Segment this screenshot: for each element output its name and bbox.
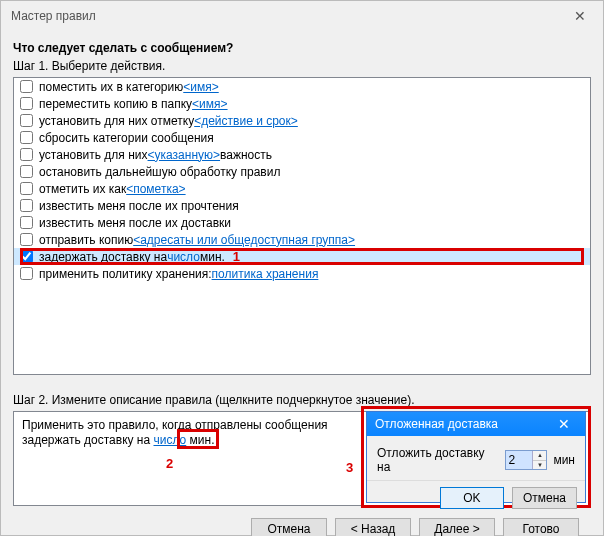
action-row[interactable]: сбросить категории сообщения <box>14 129 590 146</box>
action-text: отправить копию <box>39 233 133 247</box>
action-link[interactable]: <действие и срок> <box>194 114 298 128</box>
cancel-button[interactable]: Отмена <box>251 518 327 536</box>
action-link[interactable]: <имя> <box>183 80 218 94</box>
back-button[interactable]: < Назад <box>335 518 411 536</box>
action-link[interactable]: <адресаты или общедоступная группа> <box>133 233 355 247</box>
action-text: установить для них <box>39 148 148 162</box>
dialog-cancel-button[interactable]: Отмена <box>512 487 577 509</box>
desc-number-link[interactable]: число <box>153 433 186 447</box>
action-row[interactable]: задержать доставку на число мин.1 <box>14 248 590 265</box>
action-row[interactable]: установить для них отметку <действие и с… <box>14 112 590 129</box>
action-text: переместить копию в папку <box>39 97 192 111</box>
action-checkbox[interactable] <box>20 182 33 195</box>
action-text: сбросить категории сообщения <box>39 131 214 145</box>
action-row[interactable]: поместить их в категорию <имя> <box>14 78 590 95</box>
action-checkbox[interactable] <box>20 216 33 229</box>
action-link[interactable]: <указанную> <box>148 148 221 162</box>
minutes-input[interactable] <box>506 451 532 469</box>
actions-list[interactable]: поместить их в категорию <имя>переместит… <box>13 77 591 375</box>
action-text: применить политику хранения: <box>39 267 212 281</box>
action-text: установить для них отметку <box>39 114 194 128</box>
finish-button[interactable]: Готово <box>503 518 579 536</box>
action-text: отметить их как <box>39 182 126 196</box>
spin-up-icon[interactable]: ▲ <box>533 451 546 461</box>
action-row[interactable]: отметить их как <пометка> <box>14 180 590 197</box>
action-text-post: мин. <box>200 250 225 264</box>
action-text: остановить дальнейшую обработку правил <box>39 165 280 179</box>
spin-down-icon[interactable]: ▼ <box>533 461 546 470</box>
deferred-delivery-dialog: Отложенная доставка ✕ Отложить доставку … <box>366 411 586 503</box>
action-checkbox[interactable] <box>20 233 33 246</box>
action-row[interactable]: остановить дальнейшую обработку правил <box>14 163 590 180</box>
minutes-spinner[interactable]: ▲ ▼ <box>505 450 547 470</box>
action-checkbox[interactable] <box>20 131 33 144</box>
action-text: задержать доставку на <box>39 250 167 264</box>
rule-description-box: Применить это правило, когда отправлены … <box>13 411 591 506</box>
action-checkbox[interactable] <box>20 199 33 212</box>
window-title: Мастер правил <box>11 9 96 23</box>
annotation-box-3: Отложенная доставка ✕ Отложить доставку … <box>361 406 591 508</box>
desc-pre: задержать доставку на <box>22 433 153 447</box>
action-text-post: важность <box>220 148 272 162</box>
annotation-number-2: 2 <box>166 456 173 471</box>
action-checkbox[interactable] <box>20 148 33 161</box>
action-row[interactable]: применить политику хранения: политика хр… <box>14 265 590 282</box>
action-link[interactable]: <имя> <box>192 97 227 111</box>
action-checkbox[interactable] <box>20 114 33 127</box>
action-link[interactable]: число <box>167 250 200 264</box>
action-row[interactable]: известить меня после их прочтения <box>14 197 590 214</box>
step2-label: Шаг 2. Измените описание правила (щелкни… <box>13 393 591 407</box>
action-row[interactable]: отправить копию <адресаты или общедоступ… <box>14 231 590 248</box>
action-row[interactable]: известить меня после их доставки <box>14 214 590 231</box>
action-row[interactable]: установить для них <указанную> важность <box>14 146 590 163</box>
rules-wizard-window: Мастер правил ✕ Что следует сделать с со… <box>0 0 604 536</box>
action-text: известить меня после их доставки <box>39 216 231 230</box>
annotation-number-3: 3 <box>346 460 353 475</box>
action-checkbox[interactable] <box>20 165 33 178</box>
action-checkbox[interactable] <box>20 250 33 263</box>
defer-label: Отложить доставку на <box>377 446 499 474</box>
action-checkbox[interactable] <box>20 97 33 110</box>
desc-post: мин. <box>186 433 214 447</box>
action-link[interactable]: <пометка> <box>126 182 185 196</box>
action-text: поместить их в категорию <box>39 80 183 94</box>
action-checkbox[interactable] <box>20 267 33 280</box>
titlebar: Мастер правил ✕ <box>1 1 603 31</box>
dialog-ok-button[interactable]: OK <box>440 487 504 509</box>
close-icon[interactable]: ✕ <box>557 1 603 31</box>
step1-label: Шаг 1. Выберите действия. <box>13 59 591 73</box>
action-text: известить меня после их прочтения <box>39 199 239 213</box>
action-row[interactable]: переместить копию в папку <имя> <box>14 95 590 112</box>
annotation-number-1: 1 <box>233 249 240 264</box>
dialog-title: Отложенная доставка <box>375 417 498 431</box>
action-checkbox[interactable] <box>20 80 33 93</box>
next-button[interactable]: Далее > <box>419 518 495 536</box>
dialog-titlebar: Отложенная доставка ✕ <box>367 412 585 436</box>
dialog-close-icon[interactable]: ✕ <box>543 412 585 436</box>
unit-label: мин <box>553 453 575 467</box>
step1-question: Что следует сделать с сообщением? <box>13 41 591 55</box>
action-link[interactable]: политика хранения <box>212 267 319 281</box>
